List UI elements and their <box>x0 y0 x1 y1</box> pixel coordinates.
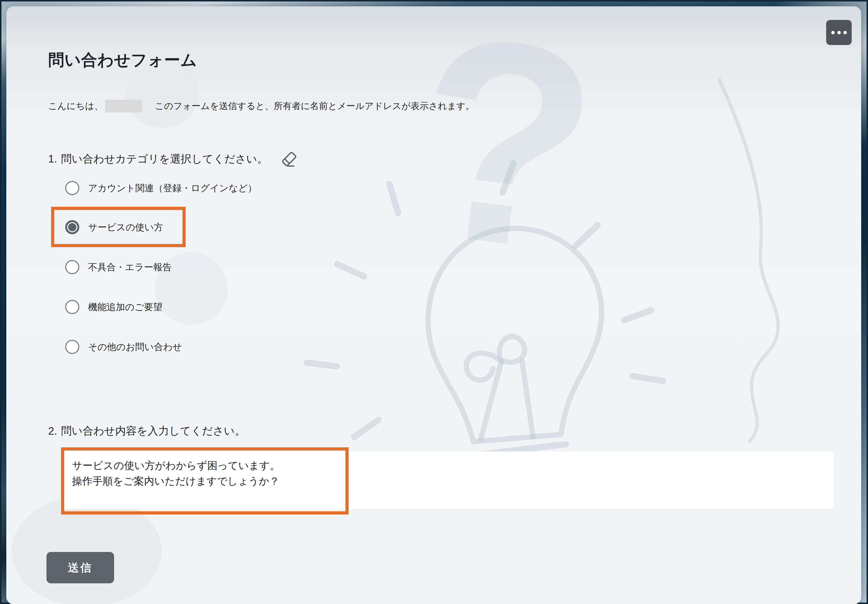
highlight-box-selected-option <box>51 207 186 247</box>
radio-bug-report[interactable] <box>65 260 79 274</box>
question-mark-sketch-icon: ? <box>401 6 677 305</box>
option-other: その他のお問い合わせ <box>65 340 182 354</box>
question-1-number: 1. <box>48 153 57 165</box>
clear-selection-icon[interactable] <box>279 149 300 170</box>
ellipsis-icon <box>837 31 841 34</box>
option-bug-report: 不具合・エラー報告 <box>65 260 172 274</box>
radio-feature-request[interactable] <box>65 300 79 314</box>
ellipsis-icon <box>831 31 835 34</box>
option-bug-report-label: 不具合・エラー報告 <box>88 261 172 273</box>
option-account-label: アカウント関連（登録・ログインなど） <box>88 182 257 194</box>
option-other-label: その他のお問い合わせ <box>88 341 182 353</box>
greeting-prefix: こんにちは、 <box>48 100 103 112</box>
highlight-box-textarea <box>61 448 349 514</box>
greeting-text: こんにちは、 このフォームを送信すると、所有者に名前とメールアドレスが表示されま… <box>48 100 474 112</box>
question-2-label: 2. 問い合わせ内容を入力してください。 <box>48 424 245 438</box>
form-title: 問い合わせフォーム <box>48 49 197 71</box>
greeting-suffix: このフォームを送信すると、所有者に名前とメールアドレスが表示されます。 <box>155 100 474 112</box>
redacted-name <box>105 100 142 112</box>
option-feature-request-label: 機能追加のご要望 <box>88 301 163 313</box>
question-1-text: 問い合わせカテゴリを選択してください。 <box>61 152 268 166</box>
more-options-button[interactable] <box>826 20 852 45</box>
question-1-label: 1. 問い合わせカテゴリを選択してください。 <box>48 147 300 170</box>
question-2-text: 問い合わせ内容を入力してください。 <box>61 424 245 438</box>
question-2-number: 2. <box>48 425 57 437</box>
option-feature-request: 機能追加のご要望 <box>65 300 163 314</box>
radio-account[interactable] <box>65 181 79 195</box>
submit-button[interactable]: 送信 <box>46 552 114 583</box>
option-account: アカウント関連（登録・ログインなど） <box>65 181 257 195</box>
radio-other[interactable] <box>65 340 79 354</box>
screenshot-root: ? <box>0 0 868 604</box>
form-card: ? <box>6 6 861 604</box>
ellipsis-icon <box>843 31 847 34</box>
